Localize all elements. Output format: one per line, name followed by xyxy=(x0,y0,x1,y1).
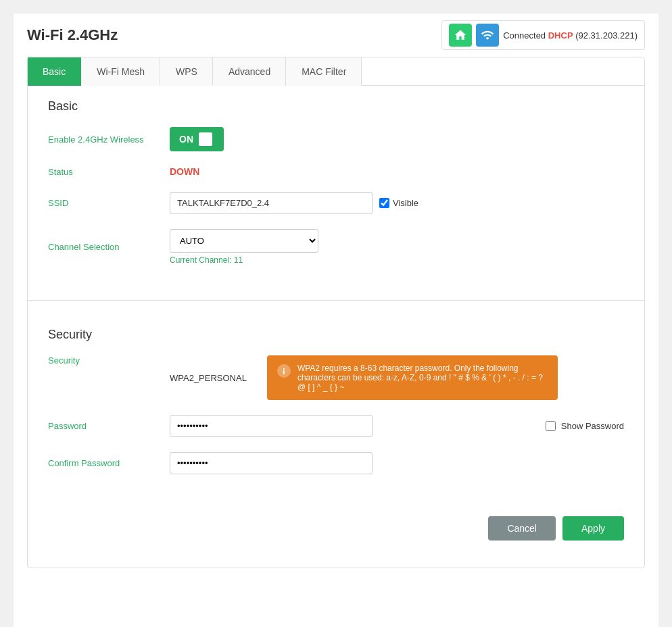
current-channel: Current Channel: 11 xyxy=(170,255,318,265)
password-label: Password xyxy=(48,421,170,431)
ssid-row: SSID Visible xyxy=(48,192,624,214)
status-label: Status xyxy=(48,167,170,177)
home-icon xyxy=(449,24,472,47)
show-password-checkbox[interactable] xyxy=(546,421,556,431)
tab-advanced[interactable]: Advanced xyxy=(213,57,286,86)
cancel-button[interactable]: Cancel xyxy=(488,516,556,541)
password-row-container: Show Password xyxy=(170,415,624,437)
confirm-password-row: Confirm Password xyxy=(48,452,624,474)
tab-basic[interactable]: Basic xyxy=(28,57,81,86)
connection-status: Connected DHCP (92.31.203.221) xyxy=(441,20,645,50)
toggle-label: ON xyxy=(179,134,193,145)
channel-col: AUTO 1 2 3 4 5 6 7 8 9 10 11 xyxy=(170,229,318,265)
security-value: WPA2_PERSONAL xyxy=(170,373,247,383)
ssid-control: Visible xyxy=(170,192,624,214)
status-value: DOWN xyxy=(170,166,199,177)
info-icon: i xyxy=(277,364,291,378)
status-row: Status DOWN xyxy=(48,166,624,177)
ssid-input[interactable] xyxy=(170,192,373,214)
ssid-label: SSID xyxy=(48,198,170,208)
confirm-password-label: Confirm Password xyxy=(48,458,170,468)
status-control: DOWN xyxy=(170,166,624,177)
info-box: i WPA2 requires a 8-63 character passwor… xyxy=(267,355,558,400)
security-section: Security Security WPA2_PERSONAL i WPA2 r… xyxy=(28,314,644,503)
enable-wireless-label: Enable 2.4GHz Wireless xyxy=(48,134,170,145)
page-title: Wi-Fi 2.4GHz xyxy=(27,26,118,44)
channel-select[interactable]: AUTO 1 2 3 4 5 6 7 8 9 10 11 xyxy=(170,229,318,253)
security-type-control: WPA2_PERSONAL i WPA2 requires a 8-63 cha… xyxy=(170,355,624,400)
security-type-row: Security WPA2_PERSONAL i WPA2 requires a… xyxy=(48,355,624,400)
basic-section-title: Basic xyxy=(48,99,624,114)
password-input[interactable] xyxy=(170,415,373,437)
status-text: Connected DHCP (92.31.203.221) xyxy=(503,30,638,41)
channel-label: Channel Selection xyxy=(48,242,170,252)
enable-wireless-control: ON xyxy=(170,127,624,151)
footer-buttons: Cancel Apply xyxy=(28,503,644,554)
confirm-password-input[interactable] xyxy=(170,452,373,474)
security-type-label: Security xyxy=(48,355,170,366)
show-password-row: Show Password xyxy=(546,421,624,431)
apply-button[interactable]: Apply xyxy=(562,516,624,541)
channel-control: AUTO 1 2 3 4 5 6 7 8 9 10 11 xyxy=(170,229,624,265)
password-control: Show Password xyxy=(170,415,624,437)
main-content: Basic Wi-Fi Mesh WPS Advanced MAC Filter… xyxy=(27,57,645,568)
enable-wireless-row: Enable 2.4GHz Wireless ON xyxy=(48,127,624,151)
tab-wifi-mesh[interactable]: Wi-Fi Mesh xyxy=(81,57,160,86)
toggle-button[interactable]: ON xyxy=(170,127,224,151)
tab-wps[interactable]: WPS xyxy=(160,57,213,86)
visible-checkbox[interactable] xyxy=(379,198,389,208)
tab-mac-filter[interactable]: MAC Filter xyxy=(286,57,362,86)
basic-section: Basic Enable 2.4GHz Wireless ON Status D… xyxy=(28,86,644,293)
tabs: Basic Wi-Fi Mesh WPS Advanced MAC Filter xyxy=(28,57,644,86)
wifi-icon xyxy=(476,24,499,47)
confirm-password-control xyxy=(170,452,624,474)
password-row: Password Show Password xyxy=(48,415,624,437)
show-password-label: Show Password xyxy=(561,421,624,431)
header: Wi-Fi 2.4GHz Connected DHCP (92.31.203.2… xyxy=(14,14,658,57)
visible-label: Visible xyxy=(379,198,418,208)
info-text: WPA2 requires a 8-63 character password.… xyxy=(297,363,548,392)
section-divider xyxy=(28,300,644,301)
toggle-square xyxy=(199,132,212,146)
security-section-title: Security xyxy=(48,328,624,342)
channel-row: Channel Selection AUTO 1 2 3 4 5 6 7 8 xyxy=(48,229,624,265)
